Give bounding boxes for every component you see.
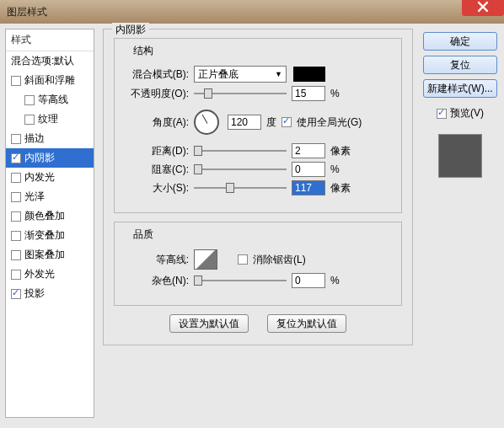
size-input[interactable] (292, 180, 325, 195)
antialias-checkbox[interactable] (238, 254, 248, 265)
sidebar-item[interactable]: 纹理 (6, 110, 94, 129)
blend-mode-label: 混合模式(B): (123, 67, 189, 82)
sidebar-checkbox[interactable] (24, 115, 35, 125)
percent-unit-2: % (330, 163, 359, 175)
sidebar-checkbox[interactable] (11, 76, 21, 86)
sidebar-checkbox[interactable] (11, 289, 21, 299)
sidebar-item-label: 投影 (24, 286, 45, 301)
sidebar-item[interactable]: 外发光 (6, 265, 94, 284)
opacity-input[interactable] (292, 86, 325, 101)
angle-input[interactable] (228, 115, 261, 130)
size-label: 大小(S): (123, 181, 189, 195)
sidebar-item[interactable]: 渐变叠加 (6, 226, 94, 245)
opacity-label: 不透明度(O): (123, 87, 189, 101)
style-sidebar: 样式 混合选项:默认斜面和浮雕等高线纹理描边内阴影内发光光泽颜色叠加渐变叠加图案… (5, 29, 94, 418)
distance-label: 距离(D): (123, 144, 189, 158)
distance-input[interactable] (292, 143, 325, 158)
px-unit-2: 像素 (330, 181, 359, 195)
ok-button[interactable]: 确定 (423, 32, 497, 51)
choke-label: 阻塞(C): (123, 163, 189, 177)
choke-input[interactable] (292, 162, 325, 177)
antialias-label: 消除锯齿(L) (253, 253, 306, 267)
quality-legend: 品质 (130, 227, 157, 242)
sidebar-checkbox[interactable] (11, 192, 21, 202)
cancel-button[interactable]: 复位 (423, 56, 497, 74)
sidebar-checkbox[interactable] (11, 250, 21, 260)
sidebar-item-label: 混合选项:默认 (11, 54, 74, 68)
preview-checkbox[interactable] (437, 109, 447, 119)
sidebar-item[interactable]: 混合选项:默认 (6, 51, 94, 71)
contour-label: 等高线: (123, 253, 189, 267)
sidebar-item[interactable]: 投影 (6, 284, 94, 303)
percent-unit: % (330, 88, 359, 99)
blend-mode-value: 正片叠底 (198, 67, 239, 82)
sidebar-item-label: 纹理 (38, 112, 58, 126)
opacity-slider[interactable] (194, 88, 287, 99)
structure-group: 结构 混合模式(B): 正片叠底 ▼ 不透明度(O): % 角度( (114, 38, 402, 213)
angle-unit: 度 (266, 115, 276, 130)
angle-label: 角度(A): (123, 115, 189, 130)
quality-group: 品质 等高线: 消除锯齿(L) 杂色(N): % (114, 222, 402, 306)
size-slider[interactable] (194, 182, 287, 194)
sidebar-item-label: 图案叠加 (24, 248, 65, 262)
sidebar-checkbox[interactable] (11, 153, 21, 163)
noise-input[interactable] (292, 273, 325, 288)
choke-slider[interactable] (194, 163, 287, 175)
chevron-down-icon: ▼ (275, 70, 282, 78)
sidebar-item-label: 渐变叠加 (24, 228, 65, 243)
sidebar-checkbox[interactable] (11, 134, 21, 144)
title-bar: 图层样式 (0, 0, 504, 24)
set-default-button[interactable]: 设置为默认值 (169, 314, 249, 333)
sidebar-item[interactable]: 图案叠加 (6, 245, 94, 265)
close-button[interactable] (462, 0, 504, 16)
sidebar-item[interactable]: 内阴影 (6, 148, 94, 168)
distance-slider[interactable] (194, 145, 287, 157)
sidebar-item-label: 内阴影 (24, 151, 55, 165)
sidebar-item[interactable]: 光泽 (6, 187, 94, 206)
sidebar-item-label: 内发光 (24, 170, 55, 185)
global-light-checkbox[interactable] (281, 117, 292, 127)
structure-legend: 结构 (130, 44, 157, 58)
inner-shadow-panel: 内阴影 结构 混合模式(B): 正片叠底 ▼ 不透明度(O): % (103, 29, 413, 345)
sidebar-item[interactable]: 内发光 (6, 168, 94, 187)
sidebar-checkbox[interactable] (11, 270, 21, 280)
sidebar-header: 样式 (6, 29, 94, 51)
sidebar-item[interactable]: 描边 (6, 129, 94, 148)
noise-slider[interactable] (194, 275, 287, 286)
close-icon (477, 1, 489, 13)
preview-label: 预览(V) (450, 106, 484, 120)
angle-dial[interactable] (194, 110, 219, 135)
new-style-button[interactable]: 新建样式(W)... (423, 79, 497, 98)
sidebar-item-label: 外发光 (24, 267, 55, 281)
sidebar-checkbox[interactable] (11, 231, 21, 241)
panel-title: 内阴影 (112, 23, 149, 37)
sidebar-item-label: 颜色叠加 (24, 209, 65, 223)
sidebar-item[interactable]: 等高线 (6, 90, 94, 110)
px-unit: 像素 (330, 144, 359, 158)
blend-mode-combo[interactable]: 正片叠底 ▼ (194, 66, 287, 83)
sidebar-checkbox[interactable] (11, 173, 21, 183)
sidebar-checkbox[interactable] (11, 211, 21, 222)
shadow-color-swatch[interactable] (293, 67, 325, 82)
sidebar-item-label: 等高线 (38, 93, 68, 107)
preview-swatch (438, 134, 482, 178)
sidebar-item-label: 斜面和浮雕 (24, 73, 75, 88)
sidebar-item-label: 描边 (24, 131, 45, 146)
noise-label: 杂色(N): (123, 274, 189, 288)
window-title: 图层样式 (7, 5, 47, 19)
sidebar-item-label: 光泽 (24, 190, 45, 204)
sidebar-item[interactable]: 颜色叠加 (6, 206, 94, 226)
global-light-label: 使用全局光(G) (297, 115, 362, 130)
sidebar-item[interactable]: 斜面和浮雕 (6, 71, 94, 90)
sidebar-checkbox[interactable] (24, 95, 35, 105)
percent-unit-3: % (330, 275, 359, 286)
contour-picker[interactable] (194, 249, 217, 270)
reset-default-button[interactable]: 复位为默认值 (267, 314, 346, 333)
